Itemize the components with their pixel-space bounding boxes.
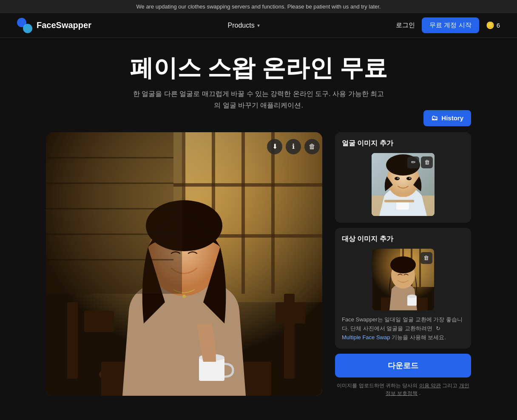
main-image-background <box>46 132 322 396</box>
announcement-banner: We are updating our clothes swapping ser… <box>0 0 517 13</box>
svg-point-48 <box>407 295 417 298</box>
face-section-label: 얼굴 이미지 추가 <box>342 139 464 148</box>
info-icon: ℹ <box>292 142 295 150</box>
svg-rect-17 <box>67 302 78 379</box>
download-icon: ⬇ <box>272 142 278 150</box>
terms-mid: 그리고 <box>442 383 459 389</box>
svg-rect-37 <box>384 200 414 202</box>
delete-control-button[interactable]: 🗑 <box>304 139 320 154</box>
chevron-down-icon: ▾ <box>257 23 260 28</box>
terms-suffix: . <box>419 390 420 396</box>
products-label: Products <box>228 22 255 29</box>
history-icon: 🗂 <box>431 114 438 122</box>
main-image-wrap: ⬇ ℹ 🗑 <box>46 132 327 396</box>
signup-button[interactable]: 무료 계정 시작 <box>422 17 479 33</box>
main-content: ⬇ ℹ 🗑 <box>0 132 517 397</box>
navigation: FaceSwapper Products ▾ 로그인 무료 계정 시작 🪙 6 <box>0 13 517 38</box>
svg-rect-7 <box>173 183 322 187</box>
face-image-section: 얼굴 이미지 추가 <box>335 132 471 223</box>
history-label: History <box>441 114 463 122</box>
main-image <box>46 132 322 396</box>
target-image-container: 🗑 <box>372 249 434 310</box>
target-section-label: 대상 이미지 추가 <box>342 235 464 244</box>
nav-right: 로그인 무료 계정 시작 🪙 6 <box>396 17 500 33</box>
svg-point-33 <box>397 177 399 179</box>
svg-point-32 <box>406 177 412 180</box>
info-text-suffix: 기능을 사용해 보세요. <box>392 334 446 341</box>
logo-text: FaceSwapper <box>37 20 91 30</box>
svg-rect-21 <box>46 132 182 294</box>
history-button[interactable]: 🗂 History <box>423 110 471 126</box>
info-control-button[interactable]: ℹ <box>286 139 301 154</box>
right-panel: 🗂 History 얼굴 이미지 추가 <box>335 132 471 397</box>
face-image-container: ✏ 🗑 <box>372 153 435 216</box>
svg-point-46 <box>390 256 416 273</box>
download-button[interactable]: 다운로드 <box>335 354 471 377</box>
svg-rect-20 <box>276 302 305 324</box>
hero-subtitle: 한 얼굴을 다른 얼굴로 매끄럽게 바꿀 수 있는 강력한 온라인 도구. 사용… <box>131 88 386 111</box>
svg-point-34 <box>409 177 411 179</box>
svg-rect-5 <box>241 132 245 294</box>
target-image-section: 대상 이미지 추가 <box>335 228 471 349</box>
svg-rect-6 <box>271 132 275 294</box>
svg-point-16 <box>182 295 186 298</box>
multiple-face-swap-link[interactable]: Multiple Face Swap <box>342 334 390 341</box>
credit-icon: 🪙 <box>486 21 494 29</box>
image-controls: ⬇ ℹ 🗑 <box>267 139 320 154</box>
banner-text: We are updating our clothes swapping ser… <box>136 3 381 10</box>
terms-text: 이미지를 업로드하면 귀하는 당사의 이용 약관 그리고 개인정보 보호정책 . <box>335 382 471 397</box>
main-photo-svg <box>46 132 322 396</box>
credits-count: 6 <box>497 22 500 29</box>
info-refresh-icon[interactable]: ↻ <box>436 325 440 332</box>
terms-link[interactable]: 이용 약관 <box>419 383 441 389</box>
info-text-main: Face Swapper는 일대일 얼굴 교환에 가장 좋습니다. 단체 사진에… <box>342 316 463 332</box>
svg-point-31 <box>395 177 400 180</box>
hero-title: 페이스 스왑 온라인 무료 <box>9 55 508 81</box>
download-control-button[interactable]: ⬇ <box>267 139 282 154</box>
info-text: Face Swapper는 일대일 얼굴 교환에 가장 좋습니다. 단체 사진에… <box>342 315 464 342</box>
face-edit-button[interactable]: ✏ <box>407 156 419 168</box>
svg-rect-18 <box>84 311 114 332</box>
logo[interactable]: FaceSwapper <box>17 18 91 33</box>
credits-display: 🪙 6 <box>486 21 500 29</box>
target-delete-icon: 🗑 <box>423 255 429 261</box>
terms-prefix: 이미지를 업로드하면 귀하는 당사의 <box>337 383 419 389</box>
face-delete-button[interactable]: 🗑 <box>421 156 433 168</box>
logo-icon <box>17 18 32 33</box>
nav-center: Products ▾ <box>91 19 396 32</box>
products-menu[interactable]: Products ▾ <box>223 19 265 32</box>
edit-icon: ✏ <box>411 159 416 165</box>
delete-icon: 🗑 <box>309 143 315 150</box>
target-delete-button[interactable]: 🗑 <box>420 252 432 264</box>
login-button[interactable]: 로그인 <box>396 21 415 29</box>
face-delete-icon: 🗑 <box>424 159 430 165</box>
